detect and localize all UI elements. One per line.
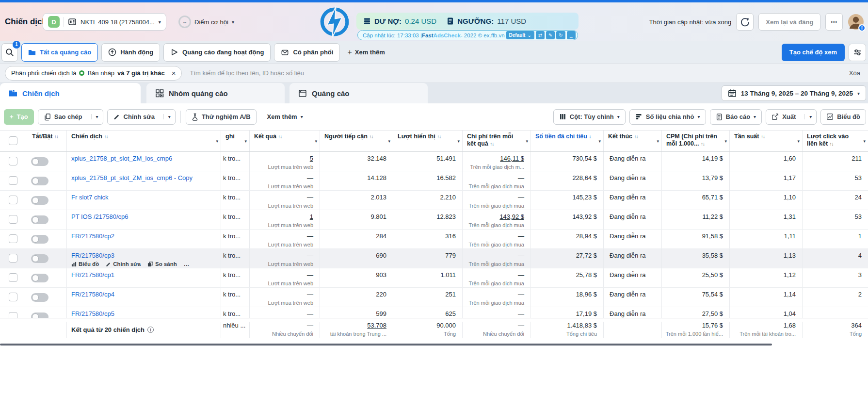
opportunity-score[interactable]: -- Điểm cơ hội ▾	[178, 16, 234, 28]
horizontal-scrollbar[interactable]	[0, 344, 772, 346]
cpm-cell: 13,79 $	[661, 171, 729, 190]
filter-search-input[interactable]	[190, 69, 481, 77]
filter-tab-active-ads[interactable]: Quảng cáo đang hoạt động	[163, 43, 271, 62]
duplicate-button[interactable]: Sao chép ▾	[38, 109, 103, 125]
swap-icon-button[interactable]: ⇄	[536, 31, 545, 39]
column-header-cost-per-result[interactable]: Chi phí trên mỗi kết quả ↑↓	[462, 131, 530, 151]
ad-sets-grid-icon	[155, 89, 164, 98]
refresh-icon-button[interactable]: ↻	[556, 31, 565, 39]
folder-icon	[28, 49, 36, 56]
mini-pencil-icon	[106, 262, 111, 267]
adscheck-profile-dropdown[interactable]: Default⌄	[506, 31, 534, 39]
campaign-toggle[interactable]	[31, 235, 48, 244]
search-button[interactable]: 1	[1, 43, 18, 62]
column-header-cpm[interactable]: CPM (Chi phí trên mỗi 1.000... ↑↓	[661, 131, 729, 151]
column-header-attribution[interactable]: ghi	[221, 131, 249, 151]
toolbar-see-more-button[interactable]: Xem thêm ▾	[267, 113, 303, 120]
clear-filters-button[interactable]: Xóa	[849, 69, 860, 77]
chevron-down-icon: ▾	[617, 114, 620, 119]
edit-action[interactable]: Chỉnh sửa	[106, 261, 141, 267]
campaign-name-link[interactable]: xplus_21758_pt_slot_ZM_ios_cmp6 - Copy	[71, 174, 193, 181]
divider	[180, 111, 181, 123]
review-publish-button[interactable]: Xem lại và đăng	[758, 13, 820, 31]
edit-button[interactable]: Chỉnh sửa ▾	[107, 109, 176, 125]
account-selector[interactable]: D NKTL 409 18 (21758004... ▾	[43, 13, 166, 31]
charts-button[interactable]: Biểu đồ	[820, 109, 866, 125]
columns-button[interactable]: Cột: Tùy chỉnh ▾	[553, 109, 626, 125]
date-range-picker[interactable]: 13 Tháng 9, 2025 – 20 Tháng 9, 2025 ▾	[722, 85, 866, 101]
results-cell: 1Lượt mua trên web	[249, 210, 320, 229]
campaign-toggle[interactable]	[31, 215, 48, 224]
tab-ad-sets[interactable]: Nhóm quảng cáo	[146, 83, 285, 103]
reports-button[interactable]: Báo cáo ▾	[710, 109, 762, 125]
row-checkbox[interactable]	[9, 254, 17, 263]
campaign-name-link[interactable]: Fr slot7 chick	[71, 194, 109, 201]
column-header-reach[interactable]: Người tiếp cận ↑↓	[320, 131, 393, 151]
column-header-amount-spent[interactable]: Số tiền đã chi tiêu ↓	[530, 131, 603, 151]
duplicate-dropdown[interactable]: ▾	[91, 114, 103, 119]
compare-action[interactable]: So sánh	[147, 261, 177, 267]
amount-spent-cell: 27,72 $	[530, 249, 603, 268]
row-checkbox[interactable]	[9, 196, 17, 204]
column-header-impressions[interactable]: Lượt hiển thị ↑↓	[393, 131, 462, 151]
minimize-icon-button[interactable]: _	[567, 31, 576, 39]
refresh-button[interactable]	[736, 13, 754, 31]
campaign-name-link[interactable]: FR/217580/cp1	[71, 271, 114, 279]
see-more-filters-button[interactable]: + Xem thêm	[347, 48, 385, 57]
campaign-toggle[interactable]	[31, 274, 48, 282]
ab-test-button[interactable]: Thử nghiệm A/B	[186, 109, 257, 125]
campaign-toggle[interactable]	[31, 157, 48, 166]
create-button[interactable]: + Tạo	[4, 109, 34, 125]
campaign-name-link[interactable]: FR/217580/cp5	[71, 310, 114, 317]
row-checkbox[interactable]	[9, 157, 17, 165]
row-checkbox[interactable]	[9, 176, 17, 185]
chart-action[interactable]: Biểu đồ	[71, 261, 99, 267]
row-checkbox[interactable]	[9, 293, 17, 301]
row-checkbox[interactable]	[9, 215, 17, 224]
edit-dropdown[interactable]: ▾	[163, 114, 175, 119]
column-header-ends[interactable]: Kết thúc ↑↓	[603, 131, 661, 151]
export-dropdown[interactable]: ▾	[804, 114, 816, 119]
campaign-toggle[interactable]	[31, 313, 48, 318]
more-options-button[interactable]: •••	[825, 13, 843, 31]
campaign-toggle[interactable]	[31, 254, 48, 263]
campaign-toggle[interactable]	[31, 196, 48, 205]
remove-filter-icon[interactable]: ×	[172, 69, 176, 77]
balance-pill: DƯ NỢ: 0.24 USD NGƯỠNG: 117 USD	[356, 13, 579, 30]
campaign-name-link[interactable]: FR/217580/cp2	[71, 232, 114, 240]
row-checkbox[interactable]	[9, 312, 17, 318]
column-header-results[interactable]: Kết quả ↑↓	[249, 131, 320, 151]
reach-cell: 9.801	[320, 210, 393, 229]
column-header-frequency[interactable]: Tần suất ↑↓	[729, 131, 802, 151]
view-settings-button[interactable]	[849, 44, 866, 61]
row-checkbox[interactable]	[9, 273, 17, 282]
filter-tab-all-ads[interactable]: Tất cả quảng cáo	[21, 43, 98, 62]
campaign-toggle[interactable]	[31, 293, 48, 302]
campaign-name-link[interactable]: FR/217580/cp4	[71, 291, 114, 298]
column-header-campaign[interactable]: Chiến dịch ↑↓	[66, 131, 221, 151]
export-button[interactable]: Xuất ▾	[766, 109, 817, 125]
info-icon[interactable]: i	[147, 327, 154, 333]
envelope-icon	[281, 49, 289, 56]
filter-tab-action[interactable]: Hành động	[101, 43, 160, 62]
row-more-actions[interactable]: …	[184, 261, 190, 267]
tab-campaigns[interactable]: Chiến dịch	[0, 83, 141, 103]
breakdown-button[interactable]: Số liệu chia nhỏ ▾	[629, 109, 706, 125]
campaign-name-link[interactable]: PT IOS /217580/cp6	[71, 213, 129, 220]
edit-icon-button[interactable]: ✎	[546, 31, 555, 39]
column-header-toggle[interactable]: Tắt/Bật ↑↓	[28, 131, 66, 151]
tab-ads[interactable]: Quảng cáo	[289, 83, 428, 103]
columns-icon	[559, 113, 566, 120]
create-view-button[interactable]: Tạo chế độ xem	[782, 44, 845, 61]
campaign-name-link[interactable]: FR/217580/cp3	[71, 252, 114, 259]
delivery-filter-chip[interactable]: Phân phối chiến dịch là Bản nháp và 7 gi…	[5, 66, 182, 81]
row-checkbox[interactable]	[9, 234, 17, 243]
campaign-toggle[interactable]	[31, 177, 48, 185]
table-toolbar: + Tạo Sao chép ▾ Chỉnh sửa	[0, 103, 868, 131]
avatar[interactable]: f	[848, 14, 864, 30]
column-header-link-clicks[interactable]: Lượt click vào liên kết ↑↓	[802, 131, 868, 151]
select-all-checkbox[interactable]	[9, 136, 17, 145]
impressions-cell: 625	[393, 307, 462, 318]
campaign-name-link[interactable]: xplus_21758_pt_slot_ZM_ios_cmp6	[71, 155, 172, 162]
filter-tab-had-delivery[interactable]: Có phân phối	[274, 43, 340, 62]
